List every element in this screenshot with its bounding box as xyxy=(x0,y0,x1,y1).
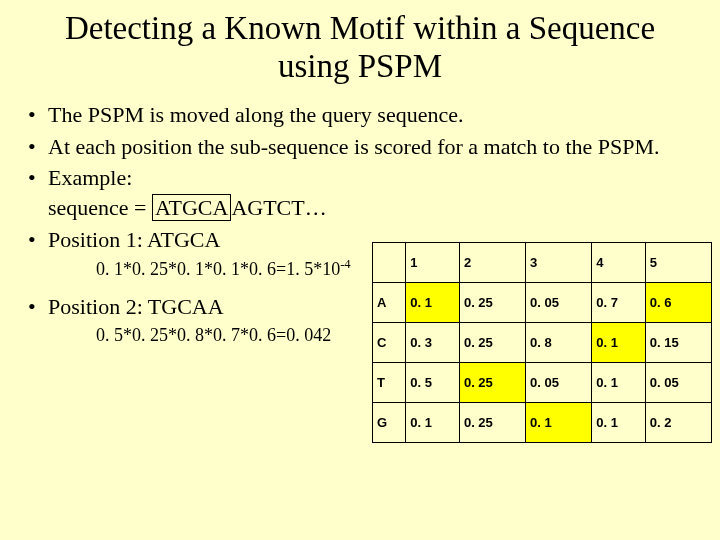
table-cell: 0. 1 xyxy=(592,403,646,443)
table-row: G0. 10. 250. 10. 10. 2 xyxy=(373,403,712,443)
table-cell: 0. 7 xyxy=(592,283,646,323)
col-head: 1 xyxy=(406,243,460,283)
bullet-2: At each position the sub-sequence is sco… xyxy=(26,132,694,162)
bullet-list: The PSPM is moved along the query sequen… xyxy=(26,100,694,254)
table-cell: 0. 25 xyxy=(459,323,525,363)
sequence-box: ATGCA xyxy=(152,194,231,221)
table-row: A0. 10. 250. 050. 70. 6 xyxy=(373,283,712,323)
bullet-example: Example: sequence = ATGCAAGTCT… xyxy=(26,163,694,222)
row-head: T xyxy=(373,363,406,403)
col-head: 3 xyxy=(526,243,592,283)
table-cell: 0. 15 xyxy=(645,323,711,363)
row-head: G xyxy=(373,403,406,443)
calc-1-exp: -4 xyxy=(340,257,351,271)
table-header-row: 1 2 3 4 5 xyxy=(373,243,712,283)
table-cell: 0. 25 xyxy=(459,403,525,443)
pspm-table: 1 2 3 4 5 A0. 10. 250. 050. 70. 6C0. 30.… xyxy=(372,242,712,443)
pspm-table-wrap: 1 2 3 4 5 A0. 10. 250. 050. 70. 6C0. 30.… xyxy=(372,242,712,443)
table-cell: 0. 1 xyxy=(592,363,646,403)
col-head: 2 xyxy=(459,243,525,283)
bullet-1: The PSPM is moved along the query sequen… xyxy=(26,100,694,130)
table-cell: 0. 5 xyxy=(406,363,460,403)
col-head: 4 xyxy=(592,243,646,283)
table-cell: 0. 25 xyxy=(459,363,525,403)
row-head: A xyxy=(373,283,406,323)
table-cell: 0. 1 xyxy=(592,323,646,363)
sequence-prefix: sequence = xyxy=(48,195,152,220)
table-corner xyxy=(373,243,406,283)
table-cell: 0. 25 xyxy=(459,283,525,323)
table-row: T0. 50. 250. 050. 10. 05 xyxy=(373,363,712,403)
table-cell: 0. 1 xyxy=(526,403,592,443)
table-cell: 0. 1 xyxy=(406,403,460,443)
table-row: C0. 30. 250. 80. 10. 15 xyxy=(373,323,712,363)
table-cell: 0. 8 xyxy=(526,323,592,363)
slide-title: Detecting a Known Motif within a Sequenc… xyxy=(0,0,720,100)
table-cell: 0. 1 xyxy=(406,283,460,323)
row-head: C xyxy=(373,323,406,363)
col-head: 5 xyxy=(645,243,711,283)
table-cell: 0. 2 xyxy=(645,403,711,443)
example-label: Example: xyxy=(48,165,132,190)
table-cell: 0. 05 xyxy=(526,363,592,403)
sequence-suffix: AGTCT… xyxy=(231,195,326,220)
calc-1-text: 0. 1*0. 25*0. 1*0. 1*0. 6=1. 5*10 xyxy=(96,259,340,279)
table-cell: 0. 05 xyxy=(526,283,592,323)
table-cell: 0. 3 xyxy=(406,323,460,363)
table-cell: 0. 6 xyxy=(645,283,711,323)
table-cell: 0. 05 xyxy=(645,363,711,403)
